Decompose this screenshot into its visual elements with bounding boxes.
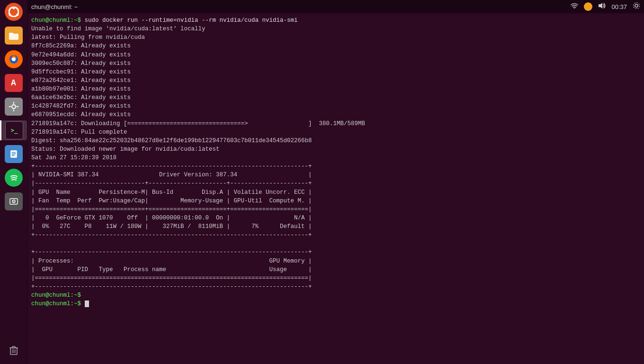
svg-point-19 xyxy=(13,201,14,202)
output-line: +---------------------------------------… xyxy=(31,231,640,239)
progress-line: 2718919a147c: Downloading [=============… xyxy=(31,119,640,128)
main-area: chun@chunml: ~ xyxy=(27,0,644,364)
output-line: e872a2642ce1: Already exists xyxy=(31,76,640,85)
output-line: a1b80b97e001: Already exists xyxy=(31,85,640,93)
output-line: | Processes: GPU Memory | xyxy=(31,257,640,265)
output-line: | 0 GeForce GTX 1070 Off | 00000000:01:0… xyxy=(31,214,640,222)
output-line: 8f7c85c2269a: Already exists xyxy=(31,42,640,50)
svg-point-8 xyxy=(12,105,16,109)
output-line: 3009ec50c887: Already exists xyxy=(31,59,640,68)
output-line: Unable to find image 'nvidia/cuda:latest… xyxy=(31,25,640,33)
output-line xyxy=(31,239,640,248)
sidebar-item-files[interactable] xyxy=(4,26,24,46)
output-line: | GPU PID Type Process name Usage | xyxy=(31,265,640,274)
output-line: |=======================================… xyxy=(31,274,640,282)
output-line: | 0% 27C P8 11W / 180W | 327MiB / 8110Mi… xyxy=(31,222,640,231)
svg-point-29 xyxy=(634,2,640,9)
output-line: 2718919a147c: Pull complete xyxy=(31,128,640,136)
prompt-line: chun@chunml:~$ xyxy=(31,291,640,300)
sidebar-item-tools[interactable] xyxy=(4,97,24,117)
svg-point-2 xyxy=(16,14,18,16)
svg-point-28 xyxy=(635,4,638,7)
sidebar-item-spotify[interactable] xyxy=(4,168,24,188)
sidebar-item-terminal[interactable]: >_ xyxy=(0,120,27,140)
output-line: Digest: sha256:84ae22c252032b48627d8e12f… xyxy=(31,136,640,145)
svg-rect-5 xyxy=(9,33,13,35)
svg-rect-22 xyxy=(12,346,15,348)
svg-point-1 xyxy=(12,7,15,9)
sidebar-item-software[interactable]: A xyxy=(4,73,24,93)
sidebar: A >_ xyxy=(0,0,27,364)
output-line: Sat Jan 27 15:28:39 2018 xyxy=(31,154,640,162)
output-line: 6aa1ce63e2bc: Already exists xyxy=(31,93,640,102)
sidebar-item-editor[interactable] xyxy=(4,144,24,164)
output-line: |-------------------------------+-------… xyxy=(31,179,640,188)
cursor xyxy=(85,300,89,307)
sidebar-item-firefox[interactable] xyxy=(4,49,24,69)
sidebar-item-ubuntu[interactable] xyxy=(4,2,24,22)
cmd-line: chun@chunml:~$ sudo docker run --runtime… xyxy=(31,16,640,25)
titlebar-title: chun@chunml: ~ xyxy=(31,3,78,10)
output-line: | NVIDIA-SMI 387.34 Driver Version: 387.… xyxy=(31,171,640,179)
output-line: 9d5ffccbec91: Already exists xyxy=(31,68,640,76)
output-line: | GPU Name Persistence-M| Bus-Id Disp.A … xyxy=(31,188,640,197)
output-line: +---------------------------------------… xyxy=(31,162,640,171)
sidebar-item-trash[interactable] xyxy=(4,340,24,360)
output-line: e6870951ecdd: Already exists xyxy=(31,110,640,119)
terminal-output[interactable]: chun@chunml:~$ sudo docker run --runtime… xyxy=(27,13,644,364)
output-line: Status: Downloaded newer image for nvidi… xyxy=(31,145,640,154)
settings-icon[interactable] xyxy=(633,2,640,12)
titlebar: chun@chunml: ~ xyxy=(27,0,644,13)
svg-point-3 xyxy=(9,14,11,16)
output-line: | Fan Temp Perf Pwr:Usage/Cap| Memory-Us… xyxy=(31,197,640,205)
svg-marker-27 xyxy=(599,3,602,9)
output-line: 1c4287482fd7: Already exists xyxy=(31,102,640,110)
output-line: +---------------------------------------… xyxy=(31,282,640,291)
wifi-icon[interactable] xyxy=(571,3,578,10)
titlebar-right: 00:37 xyxy=(571,2,640,12)
sidebar-item-disks[interactable] xyxy=(4,191,24,211)
output-line: 9e72e494a6dd: Already exists xyxy=(31,51,640,59)
time-display: 00:37 xyxy=(611,3,627,10)
output-line: latest: Pulling from nvidia/cuda xyxy=(31,33,640,42)
notification-icon[interactable] xyxy=(584,2,592,11)
svg-point-26 xyxy=(574,8,575,9)
current-prompt-line: chun@chunml:~$ xyxy=(31,300,640,308)
volume-icon[interactable] xyxy=(598,2,606,11)
output-line: +---------------------------------------… xyxy=(31,248,640,256)
output-line: |===============================+=======… xyxy=(31,205,640,214)
svg-point-7 xyxy=(12,57,16,61)
